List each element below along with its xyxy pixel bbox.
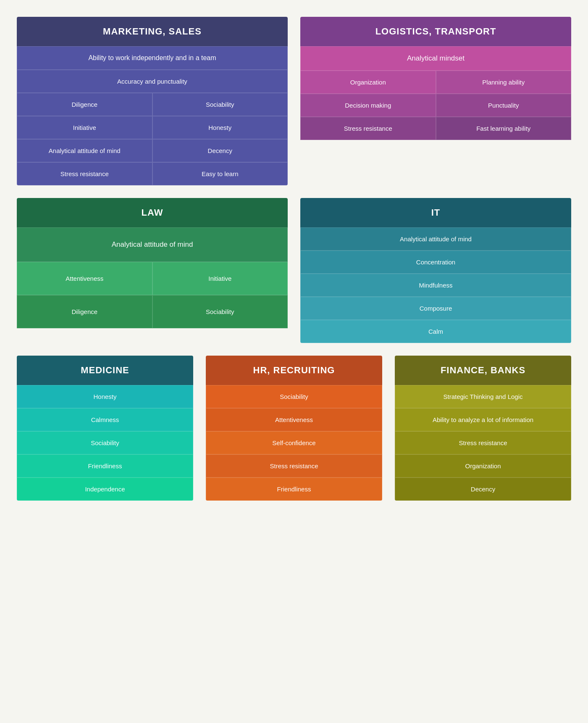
medicine-title: MEDICINE <box>17 356 193 385</box>
logistics-body: Analytical mindset Organization Planning… <box>300 46 571 140</box>
middle-row: LAW Analytical attitude of mind Attentiv… <box>17 198 571 343</box>
law-row-3: Diligence Sociability <box>17 295 288 328</box>
logistics-cell-2-1: Organization <box>300 71 436 94</box>
finance-row-4: Organization <box>395 454 571 478</box>
marketing-row-6: Stress resistance Easy to learn <box>17 162 288 185</box>
law-card: LAW Analytical attitude of mind Attentiv… <box>17 198 288 343</box>
it-card: IT Analytical attitude of mind Concentra… <box>300 198 571 343</box>
finance-row-5: Decency <box>395 478 571 501</box>
medicine-row-5: Independence <box>17 478 193 501</box>
logistics-cell-2-2: Planning ability <box>436 71 572 94</box>
finance-row-3: Stress resistance <box>395 431 571 454</box>
marketing-row-2: Accuracy and punctuality <box>17 70 288 93</box>
logistics-cell-4-2: Fast learning ability <box>436 117 572 140</box>
law-body: Analytical attitude of mind Attentivenes… <box>17 227 288 328</box>
finance-cell-4: Organization <box>395 454 571 478</box>
it-cell-4: Composure <box>300 297 571 320</box>
marketing-cell-3-2: Sociability <box>152 93 288 116</box>
it-row-5: Calm <box>300 320 571 343</box>
logistics-title: LOGISTICS, TRANSPORT <box>300 17 571 46</box>
it-row-4: Composure <box>300 297 571 320</box>
it-title: IT <box>300 198 571 227</box>
marketing-body: Ability to work independently and in a t… <box>17 46 288 185</box>
marketing-cell-4-2: Honesty <box>152 116 288 139</box>
bottom-row: MEDICINE Honesty Calmness Sociability Fr… <box>17 356 571 501</box>
marketing-row-5: Analytical attitude of mind Decency <box>17 139 288 162</box>
top-row: MARKETING, SALES Ability to work indepen… <box>17 17 571 185</box>
marketing-row-1: Ability to work independently and in a t… <box>17 46 288 70</box>
it-row-3: Mindfulness <box>300 274 571 297</box>
marketing-cell-5-2: Decency <box>152 139 288 162</box>
it-row-2: Concentration <box>300 251 571 274</box>
hr-row-2: Attentiveness <box>206 408 382 431</box>
finance-title: FINANCE, BANKS <box>395 356 571 385</box>
marketing-cell-1-1: Ability to work independently and in a t… <box>17 46 288 70</box>
hr-card: HR, RECRUITING Sociability Attentiveness… <box>206 356 382 501</box>
logistics-row-3: Decision making Punctuality <box>300 94 571 117</box>
hr-title: HR, RECRUITING <box>206 356 382 385</box>
logistics-cell-3-2: Punctuality <box>436 94 572 117</box>
law-cell-1-1: Analytical attitude of mind <box>17 227 288 262</box>
finance-cell-1: Strategic Thinking and Logic <box>395 385 571 408</box>
marketing-cell-2-1: Accuracy and punctuality <box>17 70 288 93</box>
marketing-cell-3-1: Diligence <box>17 93 152 116</box>
finance-cell-5: Decency <box>395 478 571 501</box>
hr-body: Sociability Attentiveness Self-confidenc… <box>206 385 382 501</box>
marketing-cell-6-1: Stress resistance <box>17 162 152 185</box>
hr-cell-5: Friendliness <box>206 478 382 501</box>
medicine-row-4: Friendliness <box>17 454 193 478</box>
it-row-1: Analytical attitude of mind <box>300 227 571 251</box>
law-cell-2-2: Initiative <box>152 262 288 295</box>
marketing-cell-6-2: Easy to learn <box>152 162 288 185</box>
law-row-2: Attentiveness Initiative <box>17 262 288 295</box>
it-cell-1: Analytical attitude of mind <box>300 227 571 251</box>
marketing-cell-4-1: Initiative <box>17 116 152 139</box>
it-cell-2: Concentration <box>300 251 571 274</box>
hr-cell-1: Sociability <box>206 385 382 408</box>
logistics-row-2: Organization Planning ability <box>300 71 571 94</box>
logistics-row-4: Stress resistance Fast learning ability <box>300 117 571 140</box>
medicine-cell-3: Sociability <box>17 431 193 454</box>
medicine-cell-1: Honesty <box>17 385 193 408</box>
logistics-cell-1-1: Analytical mindset <box>300 46 571 71</box>
finance-card: FINANCE, BANKS Strategic Thinking and Lo… <box>395 356 571 501</box>
medicine-cell-5: Independence <box>17 478 193 501</box>
law-cell-3-1: Diligence <box>17 295 152 328</box>
law-cell-2-1: Attentiveness <box>17 262 152 295</box>
finance-cell-3: Stress resistance <box>395 431 571 454</box>
finance-row-2: Ability to analyze a lot of information <box>395 408 571 431</box>
logistics-card: LOGISTICS, TRANSPORT Analytical mindset … <box>300 17 571 185</box>
marketing-card: MARKETING, SALES Ability to work indepen… <box>17 17 288 185</box>
medicine-row-2: Calmness <box>17 408 193 431</box>
medicine-row-1: Honesty <box>17 385 193 408</box>
medicine-row-3: Sociability <box>17 431 193 454</box>
logistics-cell-3-1: Decision making <box>300 94 436 117</box>
it-cell-5: Calm <box>300 320 571 343</box>
medicine-card: MEDICINE Honesty Calmness Sociability Fr… <box>17 356 193 501</box>
marketing-title: MARKETING, SALES <box>17 17 288 46</box>
finance-row-1: Strategic Thinking and Logic <box>395 385 571 408</box>
marketing-row-3: Diligence Sociability <box>17 93 288 116</box>
hr-cell-3: Self-confidence <box>206 431 382 454</box>
logistics-cell-4-1: Stress resistance <box>300 117 436 140</box>
finance-cell-2: Ability to analyze a lot of information <box>395 408 571 431</box>
logistics-row-1: Analytical mindset <box>300 46 571 71</box>
law-cell-3-2: Sociability <box>152 295 288 328</box>
hr-row-1: Sociability <box>206 385 382 408</box>
medicine-cell-4: Friendliness <box>17 454 193 478</box>
medicine-cell-2: Calmness <box>17 408 193 431</box>
hr-row-4: Stress resistance <box>206 454 382 478</box>
finance-body: Strategic Thinking and Logic Ability to … <box>395 385 571 501</box>
marketing-row-4: Initiative Honesty <box>17 116 288 139</box>
marketing-cell-5-1: Analytical attitude of mind <box>17 139 152 162</box>
it-body: Analytical attitude of mind Concentratio… <box>300 227 571 343</box>
law-title: LAW <box>17 198 288 227</box>
hr-cell-2: Attentiveness <box>206 408 382 431</box>
hr-row-5: Friendliness <box>206 478 382 501</box>
hr-cell-4: Stress resistance <box>206 454 382 478</box>
hr-row-3: Self-confidence <box>206 431 382 454</box>
law-row-1: Analytical attitude of mind <box>17 227 288 262</box>
medicine-body: Honesty Calmness Sociability Friendlines… <box>17 385 193 501</box>
it-cell-3: Mindfulness <box>300 274 571 297</box>
